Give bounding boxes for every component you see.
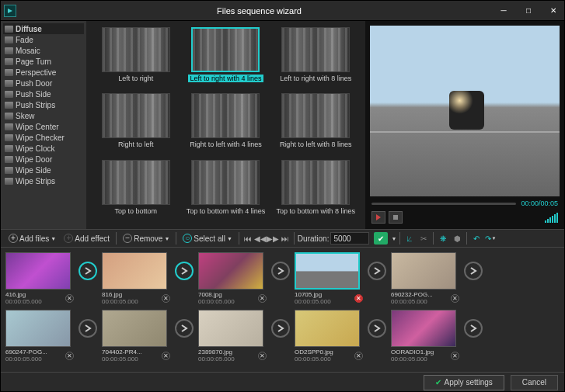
clip-remove-icon[interactable]: ✕ (451, 352, 459, 360)
transition-item[interactable]: Right to left (92, 93, 180, 156)
add-effect-button[interactable]: +Add effect (61, 231, 113, 245)
minimize-button[interactable]: ─ (496, 3, 511, 19)
transition-item[interactable]: Top to bottom (92, 160, 180, 223)
transition-thumb (102, 27, 170, 72)
transition-item[interactable]: Right to left with 8 lines (272, 93, 359, 156)
transition-item[interactable]: Left to right with 4 lines (183, 27, 270, 90)
sidebar-item-push-door[interactable]: Push Door (3, 78, 84, 88)
crop-icon[interactable]: ⟀ (403, 232, 416, 245)
clip-thumb (102, 310, 167, 347)
nav-first-icon[interactable]: ⏮ (242, 233, 253, 244)
transition-thumb (191, 27, 260, 72)
sidebar-item-wipe-checker[interactable]: Wipe Checker (3, 132, 84, 143)
sidebar-item-diffuse[interactable]: Diffuse (3, 23, 84, 34)
rotate-right-icon[interactable]: ↷▼ (484, 232, 497, 245)
clip-item[interactable]: OORADIO1.jpg00:00:05.000✕ (391, 310, 459, 363)
footer: ✔Apply settings Cancel (1, 372, 564, 392)
effects-icon[interactable]: ❋ (437, 232, 449, 245)
sidebar-item-wipe-strips[interactable]: Wipe Strips (3, 175, 84, 186)
settings-icon[interactable]: ⬢ (451, 232, 463, 245)
clip-remove-icon[interactable]: ✕ (258, 294, 267, 303)
confirm-duration-button[interactable]: ✔ (374, 232, 388, 245)
sidebar-item-push-side[interactable]: Push Side (3, 88, 84, 99)
transition-item[interactable]: Top to bottom with 4 lines (183, 160, 270, 223)
cancel-button[interactable]: Cancel (511, 375, 558, 390)
clip-remove-icon[interactable]: ✕ (354, 294, 363, 303)
transition-item[interactable]: Left to right (92, 27, 180, 90)
rotate-left-icon[interactable]: ↶ (470, 232, 483, 245)
clip-remove-icon[interactable]: ✕ (65, 294, 74, 303)
nav-next-icon[interactable]: ▶▶ (267, 233, 278, 244)
play-button[interactable] (371, 211, 385, 224)
transition-arrow-icon[interactable] (368, 262, 386, 280)
transition-arrow-icon[interactable] (464, 262, 483, 280)
clip-item[interactable]: OD2SPP0.jpg00:00:05.000✕ (295, 310, 363, 363)
folder-icon (5, 167, 13, 174)
clips-panel: 416.jpg00:00:05.000✕816.jpg00:00:05.000✕… (1, 248, 564, 372)
sidebar-item-mosaic[interactable]: Mosaic (3, 45, 84, 56)
clip-remove-icon[interactable]: ✕ (162, 352, 170, 360)
transition-item[interactable]: Top to bottom with 8 lines (272, 160, 359, 223)
transition-arrow-icon[interactable] (78, 262, 97, 280)
cut-icon[interactable]: ✂ (417, 232, 430, 245)
transition-arrow-icon[interactable] (368, 319, 386, 338)
transition-arrow-icon[interactable] (175, 262, 194, 280)
folder-icon (5, 26, 13, 33)
clip-item[interactable]: 7008.jpg00:00:05.000✕ (198, 252, 267, 305)
folder-icon (5, 69, 13, 76)
clip-duration: 00:00:05.000 (102, 356, 142, 363)
clip-item[interactable]: 816.jpg00:00:05.000✕ (102, 252, 170, 305)
sidebar-item-wipe-center[interactable]: Wipe Center (3, 121, 84, 132)
nav-last-icon[interactable]: ⏭ (280, 233, 291, 244)
transition-item[interactable]: Right to left with 4 lines (183, 93, 270, 156)
sidebar-item-push-strips[interactable]: Push Strips (3, 99, 84, 110)
clip-name: OORADIO1.jpg (391, 349, 434, 356)
clip-remove-icon[interactable]: ✕ (258, 352, 267, 360)
remove-button[interactable]: −Remove▼ (120, 231, 173, 245)
clip-thumb (5, 310, 71, 347)
transition-arrow-icon[interactable] (271, 319, 290, 338)
sidebar-item-skew[interactable]: Skew (3, 110, 84, 121)
clip-name: 690247-POG... (5, 349, 47, 356)
transition-arrow-icon[interactable] (464, 319, 483, 338)
clip-name: 704402-PR4... (102, 349, 142, 356)
transition-thumb (102, 93, 170, 138)
transition-grid: Left to rightLeft to right with 4 linesL… (86, 21, 365, 229)
close-button[interactable]: ✕ (546, 3, 561, 19)
stop-button[interactable] (389, 211, 403, 224)
app-logo-icon (4, 5, 16, 17)
clip-remove-icon[interactable]: ✕ (162, 294, 170, 303)
sidebar-item-wipe-door[interactable]: Wipe Door (3, 154, 84, 165)
duration-input[interactable] (330, 232, 369, 245)
maximize-button[interactable]: □ (521, 3, 536, 19)
add-files-button[interactable]: +Add files▼ (5, 231, 59, 245)
transition-arrow-icon[interactable] (271, 262, 290, 280)
volume-indicator[interactable] (545, 213, 558, 223)
transition-arrow-icon[interactable] (175, 319, 194, 338)
apply-settings-button[interactable]: ✔Apply settings (424, 375, 504, 390)
transition-label: Left to right (118, 75, 153, 82)
clip-item[interactable]: 416.jpg00:00:05.000✕ (5, 252, 74, 305)
transition-item[interactable]: Left to right with 8 lines (272, 27, 359, 90)
clip-remove-icon[interactable]: ✕ (354, 352, 363, 360)
clip-item[interactable]: 690247-POG...00:00:05.000✕ (5, 310, 74, 363)
clip-item[interactable]: 10705.jpg00:00:05.000✕ (295, 252, 363, 305)
preview-time: 00:00/00:05 (521, 199, 558, 207)
clip-name: OD2SPP0.jpg (295, 349, 333, 356)
nav-prev-icon[interactable]: ◀◀ (255, 233, 266, 244)
sidebar-item-wipe-side[interactable]: Wipe Side (3, 165, 84, 175)
sidebar-item-page-turn[interactable]: Page Turn (3, 56, 84, 67)
preview-timeline[interactable] (371, 203, 516, 205)
clip-name: 690232-POG... (391, 291, 433, 298)
clip-item[interactable]: 704402-PR4...00:00:05.000✕ (102, 310, 170, 363)
clip-remove-icon[interactable]: ✕ (65, 352, 74, 360)
select-all-button[interactable]: ○Select all▼ (180, 231, 235, 245)
clip-item[interactable]: 2389870.jpg00:00:05.000✕ (198, 310, 267, 363)
clip-remove-icon[interactable]: ✕ (451, 294, 459, 303)
sidebar-item-fade[interactable]: Fade (3, 34, 84, 45)
sidebar-item-perspective[interactable]: Perspective (3, 67, 84, 78)
clip-item[interactable]: 690232-POG...00:00:05.000✕ (391, 252, 459, 305)
transition-thumb (281, 160, 350, 205)
transition-arrow-icon[interactable] (78, 319, 97, 338)
sidebar-item-wipe-clock[interactable]: Wipe Clock (3, 143, 84, 154)
